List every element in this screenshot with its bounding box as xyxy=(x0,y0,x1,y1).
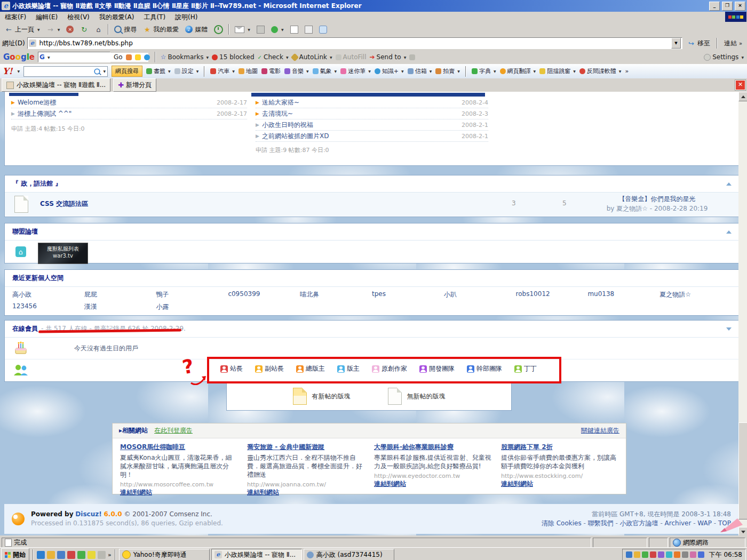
forward-caret-icon[interactable]: ▼ xyxy=(58,28,60,31)
go-button[interactable]: ↪ 移至 xyxy=(685,38,713,49)
menu-favorites[interactable]: 我的最愛(A) xyxy=(94,12,139,23)
google-pen-icon[interactable] xyxy=(409,54,415,60)
google-go-button[interactable]: Go xyxy=(114,53,123,61)
menu-help[interactable]: 說明(H) xyxy=(170,12,202,23)
new-tab-button[interactable]: ✚ 新增分頁 xyxy=(113,78,156,92)
yahoo-logo[interactable]: Y! xyxy=(3,66,12,76)
thread-link[interactable]: 去清境玩~ xyxy=(262,109,459,118)
space-user-link[interactable]: 屁屁 xyxy=(84,290,156,299)
notes-button[interactable] xyxy=(302,25,315,35)
thread-link[interactable]: 游標上傳測試 ^^" xyxy=(18,109,214,118)
forum-link[interactable]: CSS 交流語法區 xyxy=(40,199,88,209)
refresh-button[interactable]: ↻ xyxy=(77,25,91,35)
yahoo-item-bookmarks[interactable]: 書籤▼ xyxy=(146,67,171,75)
tray-icon-messenger[interactable] xyxy=(642,551,648,558)
media-button[interactable]: ♪ 媒體 xyxy=(182,24,210,35)
ads-keyword-link[interactable]: 關鍵連結廣告 xyxy=(581,426,619,435)
contact-us-link[interactable]: 聯繫我們 xyxy=(582,519,614,527)
tray-icon-clock-sync[interactable] xyxy=(698,551,704,558)
space-user-link[interactable]: robs10012 xyxy=(516,290,588,299)
yahoo-websearch-button[interactable]: 網頁搜尋 xyxy=(112,66,142,77)
ad-title-link[interactable]: 大學眼科-給你專業眼科診療 xyxy=(374,443,454,451)
tabbar-close-button[interactable]: ✕ xyxy=(735,80,745,90)
thread-link[interactable]: 之前網站被抓的圖片XD xyxy=(262,132,459,141)
space-user-link[interactable]: mu0138 xyxy=(587,290,659,299)
yahoo-search-caret-icon[interactable]: ▼ xyxy=(103,69,106,73)
space-user-link[interactable]: tpes xyxy=(372,290,444,299)
space-user-link[interactable]: 小露 xyxy=(156,302,228,311)
tray-icon-network[interactable] xyxy=(626,551,632,558)
menu-edit[interactable]: 編輯(E) xyxy=(31,12,62,23)
back-caret-icon[interactable]: ▼ xyxy=(37,28,40,31)
space-user-link[interactable]: 喵北鼻 xyxy=(300,290,372,299)
maximize-button[interactable]: ❐ xyxy=(722,2,733,11)
space-user-link[interactable]: 鴨子 xyxy=(156,290,228,299)
ad-visit-link[interactable]: 連結到網站 xyxy=(120,489,152,496)
minimize-button[interactable]: _ xyxy=(709,2,720,11)
quicklaunch-overflow-chevron[interactable]: » xyxy=(108,551,112,558)
quicklaunch-mail-icon[interactable] xyxy=(47,551,55,559)
stop-button[interactable]: × xyxy=(63,25,76,34)
task-yahoo-messenger[interactable]: Yahoo!奇摩即時通 xyxy=(119,549,210,560)
google-comment-icon[interactable] xyxy=(144,54,150,60)
yahoo-item-antispyware[interactable]: 反間諜軟體▼ xyxy=(579,67,622,75)
quicklaunch-ie-icon[interactable] xyxy=(37,551,45,559)
quicklaunch-messenger-icon[interactable] xyxy=(77,551,85,559)
quicklaunch-other-icon[interactable] xyxy=(98,551,106,559)
yahoo-search-input[interactable] xyxy=(26,67,92,76)
yahoo-item-translate[interactable]: 網頁翻譯▼ xyxy=(500,67,536,75)
favorites-button[interactable]: ★ 我的最愛 xyxy=(140,24,181,35)
thread-link[interactable]: 小政生日時的祝福 xyxy=(262,121,459,130)
tray-icon-volume[interactable] xyxy=(682,551,688,558)
scroll-up-button[interactable] xyxy=(738,92,747,101)
yahoo-item-dictionary[interactable]: 字典▼ xyxy=(472,67,496,75)
menu-view[interactable]: 檢視(V) xyxy=(62,12,94,23)
google-spellcheck-button[interactable]: ✓Check▼ xyxy=(258,53,289,61)
tray-icon-updates[interactable] xyxy=(634,551,640,558)
yahoo-item-cars[interactable]: 汽車▼ xyxy=(210,67,235,75)
history-button[interactable] xyxy=(211,24,226,35)
address-input[interactable] xyxy=(38,39,669,47)
google-bookmarks-button[interactable]: ☆Bookmarks▼ xyxy=(161,53,209,61)
yahoo-item-settings[interactable]: 設定▼ xyxy=(174,67,199,75)
archiver-link[interactable]: Archiver xyxy=(658,519,692,527)
yahoo-item-weather[interactable]: 氣象▼ xyxy=(313,67,337,75)
yahoo-item-popup-blocker[interactable]: 阻擋跳窗▼ xyxy=(539,67,576,75)
menu-tools[interactable]: 工具(T) xyxy=(139,12,170,23)
menu-file[interactable]: 檔案(F) xyxy=(0,12,31,23)
last-post-link[interactable]: 【音樂盒】你們是我的星光 xyxy=(581,194,733,204)
alliance-home-icon[interactable]: ⌂ xyxy=(15,246,26,257)
ad-title-link[interactable]: 喬安旅遊 - 金典中國新遊蹤 xyxy=(247,443,324,451)
tab-current[interactable]: 小政娛樂論壇 -- 寵物 Ⅱ遊戲 Ⅱ... xyxy=(2,78,110,92)
yahoo-logo-caret-icon[interactable]: ▼ xyxy=(17,69,20,73)
messenger-button[interactable]: ▼ xyxy=(268,25,287,34)
official-forum-link[interactable]: 小政官方論壇 xyxy=(614,519,658,527)
scrollbar-thumb[interactable] xyxy=(738,422,747,519)
ad-visit-link[interactable]: 連結到網站 xyxy=(247,489,279,496)
tray-icon-firewall[interactable] xyxy=(674,551,680,558)
google-settings-button[interactable]: Settings▼ xyxy=(704,53,744,61)
discuss-button[interactable] xyxy=(316,25,330,35)
ads-publish-link[interactable]: 在此刊登廣告 xyxy=(154,426,193,435)
google-autofill-button[interactable]: AutoFill xyxy=(336,53,367,61)
task-ie-forum[interactable]: e 小政娛樂論壇 -- 寵物 Ⅱ... xyxy=(211,549,302,560)
google-news-icon[interactable] xyxy=(126,54,132,60)
yahoo-item-music[interactable]: 音樂▼ xyxy=(284,67,309,75)
tray-clock[interactable]: 下午 06:58 xyxy=(709,550,742,559)
ad-visit-link[interactable]: 連結到網站 xyxy=(501,480,533,487)
yahoo-item-maps[interactable]: 地圖 xyxy=(239,67,258,75)
search-button[interactable]: 搜尋 xyxy=(112,24,139,35)
alliance-banner[interactable]: 魔獸私服列表 war3.tv xyxy=(38,243,88,264)
yahoo-item-knowledge[interactable]: 知識+▼ xyxy=(375,67,404,75)
yahoo-item-minipen[interactable]: 迷你筆▼ xyxy=(340,67,371,75)
quicklaunch-notes-icon[interactable] xyxy=(88,551,96,559)
edit-button[interactable] xyxy=(288,25,301,35)
space-user-link[interactable]: 123456 xyxy=(12,302,84,311)
mail-button[interactable]: ▼ xyxy=(232,25,253,34)
yahoo-item-auction[interactable]: 拍賣▼ xyxy=(435,67,460,75)
links-button[interactable]: 連結 » xyxy=(721,38,745,49)
google-autolink-button[interactable]: AutoLink▼ xyxy=(292,53,332,61)
forward-button[interactable]: →▼ xyxy=(44,25,63,35)
google-search-input[interactable] xyxy=(52,53,148,62)
thread-link[interactable]: 送給大家搭~ xyxy=(262,98,459,107)
